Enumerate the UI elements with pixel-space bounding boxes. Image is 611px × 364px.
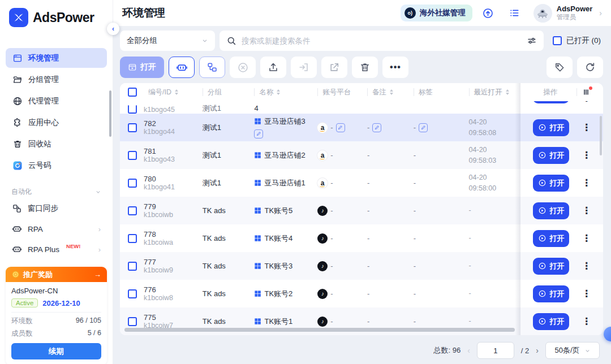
open-env-button[interactable]: 打开 [533,119,569,136]
column-header-1[interactable]: 分组 [203,88,226,96]
task-list-button[interactable] [504,3,524,23]
row-checkbox[interactable] [128,123,137,132]
sort-icon[interactable] [506,89,509,95]
sort-icon[interactable] [277,89,280,95]
tag-manager-button[interactable] [547,57,573,78]
team-badge[interactable]: o) 海外社媒管理 [401,5,472,21]
open-env-button[interactable]: 打开 [533,285,569,302]
sidebar-item-5[interactable]: 云号码 [6,155,107,175]
row-checkbox[interactable] [128,262,137,271]
advanced-filter-icon[interactable] [527,36,537,46]
row-menu-button[interactable]: ⋮ [582,178,591,188]
row-menu-button[interactable]: ⋮ [582,289,591,298]
import-button[interactable] [291,57,317,78]
column-header-0[interactable]: 编号/ID [144,88,183,96]
delete-button[interactable] [352,57,378,78]
open-env-button[interactable]: 打开 [533,258,569,275]
columns-settings-icon[interactable] [582,88,591,97]
opened-checkbox[interactable] [553,36,562,45]
more-actions-button[interactable]: ••• [382,57,408,78]
column-header-2[interactable]: 名称 [254,88,285,96]
row-checkbox[interactable] [128,206,137,215]
table-row[interactable]: 776 k1bcoiw8 TK ads TK账号2 ♪- - - - 打开 ⋮ [120,280,603,307]
open-env-button[interactable]: 打开 [533,101,569,103]
table-row[interactable]: 777 k1bcoiw9 TK ads TK账号3 ♪- - - - 打开 ⋮ [120,252,603,280]
row-menu-button[interactable]: ⋮ [582,206,591,215]
sidebar-scrollbar[interactable] [109,90,111,137]
row-checkbox[interactable] [128,105,137,114]
prev-page-button[interactable]: ‹ [467,346,470,355]
table-row[interactable]: 782 k1bogo44 测试1 亚马逊店铺3 a- - - 04-2009:5… [120,114,603,141]
sidebar-item-3[interactable]: 应用中心 [6,112,107,132]
table-row[interactable]: 779 k1bcoiwb TK ads TK账号5 ♪- - - - 打开 ⋮ [120,197,603,224]
automation-item-1[interactable]: RPA › [6,219,107,239]
table-row[interactable]: 780 k1bogo41 测试1 亚马逊店铺1 a- - - 04-2009:5… [120,169,603,197]
edit-icon[interactable] [372,123,381,132]
update-check-button[interactable] [478,3,498,23]
row-menu-button[interactable]: ⋮ [582,101,591,103]
table-row[interactable]: 781 k1bogo43 测试1 亚马逊店铺2 a- - - 04-2009:5… [120,141,603,169]
edit-icon[interactable] [336,123,345,132]
row-menu-button[interactable]: ⋮ [582,233,591,243]
windows-os-icon [254,318,261,325]
platform-value: - [330,317,333,326]
row-menu-button[interactable]: ⋮ [582,317,591,326]
share-button[interactable] [321,57,347,78]
edit-icon[interactable] [419,123,428,132]
window-sync-icon [12,203,22,214]
horizontal-scrollbar[interactable] [124,328,515,332]
renew-button[interactable]: 续期 [11,343,101,359]
column-header-5[interactable]: 标签 [414,88,437,96]
table-row-partial[interactable]: k1bogo45 测试1 4 打开⋮ [120,101,603,114]
column-settings-button[interactable] [576,88,595,96]
ellipsis-icon: ••• [390,62,401,72]
edit-icon[interactable] [254,129,263,138]
table-row[interactable]: 778 k1bcoiwa TK ads TK账号4 ♪- - - - 打开 ⋮ [120,224,603,252]
export-upload-button[interactable] [260,57,286,78]
automation-item-2[interactable]: RPA Plus NEW! › [6,240,107,259]
sidebar-collapse-button[interactable]: ‹ [107,23,119,35]
open-env-button[interactable]: 打开 [533,175,569,192]
next-page-button[interactable]: › [536,346,539,355]
rpa-robot-button[interactable] [169,57,195,78]
group-control-button[interactable] [199,57,225,78]
sort-icon[interactable] [175,89,178,95]
sort-icon[interactable] [390,89,393,95]
column-header-6[interactable]: 最近打开 [469,88,514,96]
row-menu-button[interactable]: ⋮ [582,261,591,271]
row-checkbox[interactable] [128,151,137,160]
user-profile[interactable]: AdsPower 管理员 › [530,2,604,25]
row-menu-button[interactable]: ⋮ [582,150,591,160]
close-windows-button[interactable] [230,57,256,78]
user-role: 管理员 [557,14,593,21]
sidebar-item-4[interactable]: 回收站 [6,134,107,154]
open-env-button[interactable]: 打开 [533,230,569,247]
column-header-3[interactable]: 账号平台 [317,88,355,96]
opened-filter[interactable]: 已打开 (0) [548,36,603,46]
sidebar-item-2[interactable]: 代理管理 [6,91,107,111]
group-filter-dropdown[interactable]: 全部分组 [120,31,215,51]
search-input[interactable] [242,37,522,45]
automation-item-0[interactable]: 窗口同步 [6,199,107,218]
promo-banner[interactable]: 推广奖励 → [6,267,107,282]
open-env-button[interactable]: 打开 [533,313,569,330]
bulk-open-button[interactable]: 打开 [120,57,164,78]
select-all-checkbox[interactable] [128,88,137,97]
row-checkbox[interactable] [128,234,137,243]
sidebar-item-1[interactable]: 分组管理 [6,70,107,89]
row-checkbox[interactable] [128,289,137,298]
row-checkbox[interactable] [128,179,137,188]
chevron-right-icon: › [98,225,101,233]
sidebar-item-0[interactable]: 环境管理 [6,48,107,68]
automation-section-header[interactable]: 自动化 [0,183,113,198]
refresh-button[interactable] [577,57,603,78]
row-menu-button[interactable]: ⋮ [582,123,591,132]
open-env-button[interactable]: 打开 [533,202,569,219]
platform-value: - [330,289,333,298]
column-header-4[interactable]: 备注 [367,88,398,96]
page-number-input[interactable] [477,342,514,359]
row-checkbox[interactable] [128,317,137,326]
page-size-select[interactable]: 50条/页 [545,342,600,359]
open-env-button[interactable]: 打开 [533,147,569,164]
vertical-scrollbar[interactable] [600,116,602,155]
